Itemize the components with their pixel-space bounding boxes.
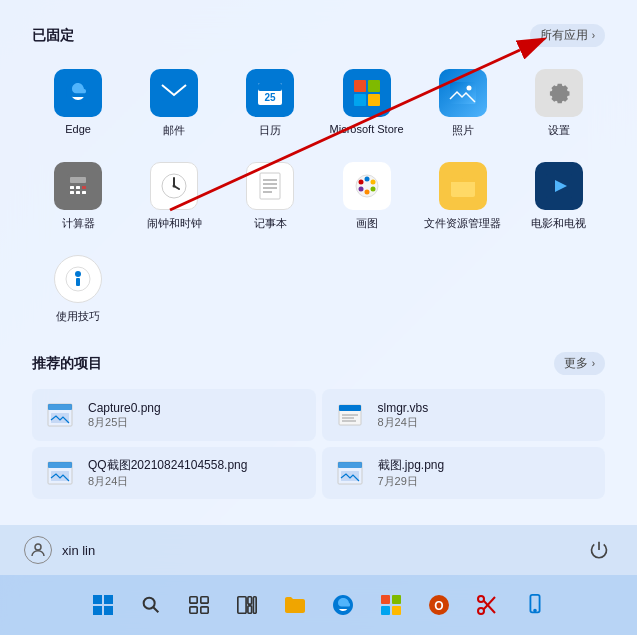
svg-line-63 — [153, 607, 158, 612]
user-info[interactable]: xin lin — [24, 536, 95, 564]
svg-rect-67 — [200, 607, 207, 613]
app-icon-photos — [439, 69, 487, 117]
svg-rect-58 — [93, 595, 102, 604]
app-icon-movies — [535, 162, 583, 210]
chevron-right-icon-2: › — [592, 358, 595, 369]
taskbar-edge-button[interactable] — [322, 584, 364, 626]
app-label-store: Microsoft Store — [330, 123, 404, 135]
app-item-settings[interactable]: 设置 — [513, 61, 605, 146]
svg-rect-71 — [253, 597, 256, 614]
power-button[interactable] — [585, 536, 613, 564]
taskbar-search-button[interactable] — [130, 584, 172, 626]
app-item-photos[interactable]: 照片 — [417, 61, 509, 146]
rec-icon-capture0 — [42, 397, 78, 433]
svg-rect-15 — [76, 186, 80, 189]
svg-rect-18 — [76, 191, 80, 194]
svg-rect-6 — [354, 80, 366, 92]
app-icon-calc — [54, 162, 102, 210]
app-item-files[interactable]: 文件资源管理器 — [417, 154, 509, 239]
taskbar-store-button[interactable] — [370, 584, 412, 626]
app-label-calendar: 日历 — [259, 123, 281, 138]
app-label-movies: 电影和电视 — [531, 216, 586, 231]
svg-rect-17 — [70, 191, 74, 194]
rec-icon-jiejie — [332, 455, 368, 491]
rec-item-capture0[interactable]: Capture0.png8月25日 — [32, 389, 316, 441]
rec-date-capture0: 8月25日 — [88, 415, 161, 430]
app-label-tips: 使用技巧 — [56, 309, 100, 324]
svg-rect-68 — [237, 597, 245, 614]
svg-rect-40 — [76, 278, 80, 286]
rec-name-qq: QQ截图20210824104558.png — [88, 457, 247, 474]
svg-rect-3 — [263, 79, 266, 85]
svg-rect-73 — [392, 595, 401, 604]
app-icon-mail — [150, 69, 198, 117]
app-icon-settings — [535, 69, 583, 117]
svg-rect-4 — [274, 79, 277, 85]
svg-rect-64 — [189, 597, 196, 603]
rec-date-jiejie: 7月29日 — [378, 474, 445, 489]
svg-rect-9 — [368, 94, 380, 106]
app-label-calc: 计算器 — [62, 216, 95, 231]
svg-point-33 — [370, 187, 375, 192]
pinned-apps-grid: Edge邮件25日历Microsoft Store照片设置计算器闹钟和时钟记事本… — [32, 61, 605, 332]
taskbar-explorer-button[interactable] — [274, 584, 316, 626]
user-avatar — [24, 536, 52, 564]
rec-text-slmgr: slmgr.vbs8月24日 — [378, 401, 429, 430]
app-item-clock[interactable]: 闹钟和时钟 — [128, 154, 220, 239]
taskbar-snip-button[interactable] — [466, 584, 508, 626]
rec-text-capture0: Capture0.png8月25日 — [88, 401, 161, 430]
app-item-paint[interactable]: 画图 — [320, 154, 412, 239]
all-apps-button[interactable]: 所有应用 › — [530, 24, 605, 47]
app-item-movies[interactable]: 电影和电视 — [513, 154, 605, 239]
taskbar-start-button[interactable] — [82, 584, 124, 626]
app-icon-edge — [54, 69, 102, 117]
app-item-notepad[interactable]: 记事本 — [224, 154, 316, 239]
svg-point-39 — [75, 271, 81, 277]
app-item-edge[interactable]: Edge — [32, 61, 124, 146]
svg-rect-50 — [48, 462, 72, 468]
svg-point-83 — [534, 610, 536, 612]
app-label-clock: 闹钟和时钟 — [147, 216, 202, 231]
app-item-calendar[interactable]: 25日历 — [224, 61, 316, 146]
pinned-title: 已固定 — [32, 27, 74, 45]
taskbar-taskview-button[interactable] — [178, 584, 220, 626]
chevron-right-icon: › — [592, 30, 595, 41]
app-item-tips[interactable]: 使用技巧 — [32, 247, 124, 332]
taskbar: O — [0, 575, 637, 635]
app-icon-clock — [150, 162, 198, 210]
svg-rect-59 — [104, 595, 113, 604]
start-menu: 已固定 所有应用 › Edge邮件25日历Microsoft Store照片设置… — [0, 0, 637, 575]
taskbar-office-button[interactable]: O — [418, 584, 460, 626]
svg-rect-8 — [354, 94, 366, 106]
svg-point-11 — [466, 86, 471, 91]
taskbar-snap-button[interactable] — [226, 584, 268, 626]
rec-item-slmgr[interactable]: slmgr.vbs8月24日 — [322, 389, 606, 441]
rec-icon-qq — [42, 455, 78, 491]
app-item-store[interactable]: Microsoft Store — [320, 61, 412, 146]
svg-rect-74 — [381, 606, 390, 615]
app-icon-store — [343, 69, 391, 117]
pinned-section-header: 已固定 所有应用 › — [32, 24, 605, 47]
more-label: 更多 — [564, 355, 588, 372]
svg-rect-60 — [93, 606, 102, 615]
rec-item-jiejie[interactable]: 截图.jpg.png7月29日 — [322, 447, 606, 499]
app-label-edge: Edge — [65, 123, 91, 135]
recommended-grid: Capture0.png8月25日slmgr.vbs8月24日QQ截图20210… — [32, 389, 605, 499]
app-icon-tips — [54, 255, 102, 303]
taskbar-phone-button[interactable] — [514, 584, 556, 626]
svg-rect-66 — [189, 607, 196, 613]
svg-point-31 — [364, 177, 369, 182]
app-item-calc[interactable]: 计算器 — [32, 154, 124, 239]
svg-rect-42 — [48, 404, 72, 410]
rec-item-qq[interactable]: QQ截图20210824104558.png8月24日 — [32, 447, 316, 499]
svg-point-23 — [173, 185, 176, 188]
app-icon-files — [439, 162, 487, 210]
app-item-mail[interactable]: 邮件 — [128, 61, 220, 146]
svg-rect-24 — [260, 173, 280, 199]
more-button[interactable]: 更多 › — [554, 352, 605, 375]
svg-rect-10 — [450, 82, 476, 104]
app-label-paint: 画图 — [356, 216, 378, 231]
app-label-settings: 设置 — [548, 123, 570, 138]
svg-rect-72 — [381, 595, 390, 604]
rec-name-capture0: Capture0.png — [88, 401, 161, 415]
